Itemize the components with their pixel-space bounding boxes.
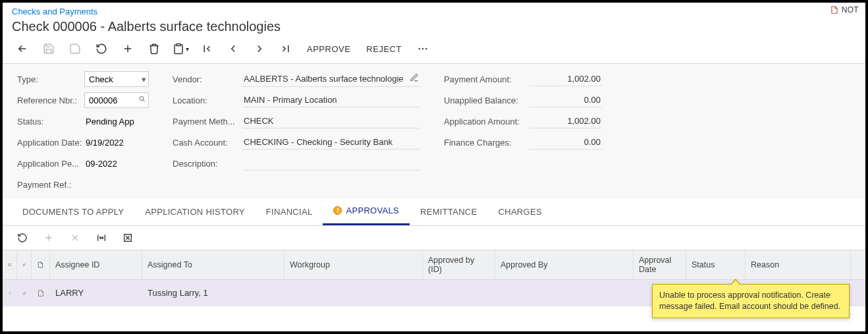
location-field: MAIN - Primary Location (242, 93, 420, 107)
detail-tabs: DOCUMENTS TO APPLY APPLICATION HISTORY F… (3, 198, 865, 226)
col-attach[interactable] (17, 250, 32, 279)
vendor-field[interactable]: AALBERTS - Aalberts surface technologie (242, 71, 420, 87)
save-icon (43, 43, 55, 55)
save-close-button (62, 40, 88, 58)
col-assignee-id[interactable]: Assignee ID (50, 250, 142, 279)
notes-button[interactable]: NOT (830, 5, 859, 14)
grid-header: Assignee ID Assigned To Workgroup Approv… (3, 250, 865, 280)
fin-field: 0.00 (529, 135, 602, 150)
prev-record-button[interactable] (220, 40, 246, 58)
approve-button[interactable]: APPROVE (299, 44, 358, 54)
svg-point-3 (425, 48, 427, 49)
payref-field (84, 177, 149, 192)
plus-icon (43, 233, 54, 243)
col-approved-by-id[interactable]: Approved by (ID) (423, 250, 495, 279)
grip-icon (8, 262, 11, 268)
paperclip-icon (22, 289, 26, 297)
breadcrumb-link[interactable]: Checks and Payments (12, 5, 97, 16)
col-note[interactable] (32, 250, 50, 279)
pencil-icon[interactable] (410, 73, 419, 84)
cell-approved-by (495, 288, 634, 298)
ellipsis-icon (417, 43, 429, 55)
paperclip-icon (22, 261, 26, 269)
delete-button[interactable] (141, 40, 167, 58)
col-status[interactable]: Status (686, 250, 746, 279)
export-button[interactable] (115, 229, 141, 247)
appamt-label: Application Amount: (444, 117, 529, 126)
tab-financial[interactable]: FINANCIAL (256, 198, 323, 225)
tab-history[interactable]: APPLICATION HISTORY (134, 198, 256, 225)
file-icon (830, 5, 839, 14)
svg-rect-6 (9, 264, 10, 265)
fit-columns-button[interactable] (88, 229, 115, 247)
undo-button[interactable] (88, 40, 115, 58)
refresh-icon (17, 233, 28, 243)
page-title: Check 000006 - Aalberts surface technolo… (3, 16, 865, 40)
last-record-button[interactable] (273, 40, 299, 58)
svg-rect-7 (10, 264, 11, 265)
row-note[interactable] (32, 284, 50, 302)
status-field (84, 113, 149, 129)
fin-label: Finance Charges: (444, 138, 529, 148)
cell-approved-by-id (423, 288, 495, 298)
fit-icon (96, 233, 107, 243)
appdate-label: Application Date: (17, 138, 84, 148)
notes-label: NOT (842, 5, 859, 14)
main-toolbar: ▾ APPROVE REJECT (3, 40, 865, 64)
back-button[interactable] (9, 40, 36, 58)
appamt-field: 1,002.00 (529, 114, 602, 128)
col-approved-by[interactable]: Approved By (495, 250, 634, 279)
paymeth-field: CHECK (242, 114, 420, 128)
status-label: Status: (17, 117, 84, 126)
save-button (36, 40, 62, 58)
grid-toolbar (3, 226, 865, 250)
trash-icon (148, 43, 160, 55)
save-close-icon (69, 43, 81, 55)
tab-approvals[interactable]: !APPROVALS (323, 198, 410, 225)
col-assigned-to[interactable]: Assigned To (142, 250, 285, 279)
col-selector[interactable] (3, 250, 17, 279)
col-reason[interactable]: Reason (746, 250, 851, 279)
desc-label: Description: (173, 159, 242, 169)
svg-rect-8 (9, 265, 10, 267)
tab-remittance[interactable]: REMITTANCE (410, 198, 488, 225)
add-button[interactable] (115, 40, 141, 58)
row-expand[interactable] (3, 285, 17, 302)
row-attach[interactable] (17, 284, 32, 302)
col-workgroup[interactable]: Workgroup (285, 250, 423, 279)
payamt-field: 1,002.00 (529, 72, 602, 86)
tab-documents[interactable]: DOCUMENTS TO APPLY (12, 198, 134, 225)
unapp-label: Unapplied Balance: (444, 96, 529, 105)
form-area: Type: ▾ Reference Nbr.: Status: Applicat… (3, 64, 865, 198)
payref-label: Payment Ref.: (17, 180, 84, 190)
type-label: Type: (17, 74, 84, 84)
cashacct-field: CHECKING - Checking - Security Bank (242, 135, 420, 150)
svg-point-1 (418, 48, 420, 49)
add-row-button (36, 229, 62, 247)
warning-icon: ! (333, 206, 342, 215)
payamt-label: Payment Amount: (444, 74, 529, 84)
tab-charges[interactable]: CHARGES (488, 198, 553, 225)
chevron-right-icon (254, 43, 265, 55)
location-label: Location: (173, 96, 242, 105)
svg-rect-9 (10, 265, 11, 267)
first-record-button[interactable] (194, 40, 220, 58)
refresh-button[interactable] (9, 229, 36, 247)
more-actions-button[interactable] (410, 40, 436, 58)
unapp-field: 0.00 (529, 93, 602, 107)
type-select[interactable] (84, 71, 149, 87)
appper-field (84, 155, 149, 171)
ref-input[interactable] (84, 92, 149, 108)
export-icon (122, 233, 133, 243)
cashacct-label: Cash Account: (173, 138, 242, 148)
appper-label: Application Pe... (17, 159, 84, 169)
reject-button[interactable]: REJECT (358, 44, 410, 54)
next-record-button[interactable] (246, 40, 273, 58)
clipboard-button[interactable]: ▾ (167, 40, 194, 58)
cell-assigned-to: Tussing Larry, 1 (142, 283, 285, 303)
col-approval-date[interactable]: Approval Date (634, 250, 686, 279)
clipboard-icon (173, 43, 184, 55)
cell-assignee-id: LARRY (50, 283, 142, 303)
desc-field[interactable] (242, 156, 420, 171)
vendor-label: Vendor: (173, 74, 242, 84)
